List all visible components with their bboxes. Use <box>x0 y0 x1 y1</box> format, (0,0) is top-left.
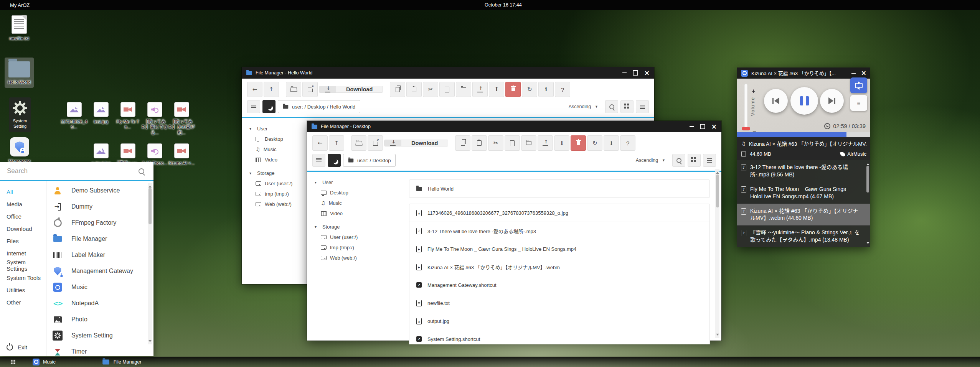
playlist-scrollbar[interactable] <box>866 161 869 246</box>
file-row[interactable]: Management Gateway.shortcut <box>409 276 709 294</box>
back-button[interactable]: ← <box>312 135 328 151</box>
cut-button[interactable]: ✂ <box>423 82 438 97</box>
desktop-icon-hello-world[interactable]: Hello World <box>5 58 34 88</box>
volume-down-button[interactable]: − <box>752 128 756 135</box>
tree-node-user[interactable]: ▾User <box>315 177 403 188</box>
help-button[interactable]: ? <box>555 82 570 97</box>
rename-button[interactable]: I <box>554 135 569 151</box>
playlist-item[interactable]: 『雪峰 ～yukimine～ Piano & Strings Ver.』を歌って… <box>737 225 870 247</box>
dark-mode-button[interactable] <box>328 154 341 167</box>
grid-view-button[interactable] <box>620 100 634 113</box>
info-button[interactable]: i <box>604 135 619 151</box>
file-row[interactable]: output.jpg <box>409 312 709 330</box>
category-download[interactable]: Download <box>0 222 46 235</box>
new-file-button[interactable] <box>505 135 520 151</box>
tree-item-drive-user[interactable]: User (user:/) <box>315 232 403 242</box>
category-media[interactable]: Media <box>0 198 46 210</box>
scroll-down-icon[interactable] <box>716 334 719 337</box>
volume-up-button[interactable]: + <box>752 88 755 95</box>
maximize-button[interactable] <box>633 70 638 76</box>
scroll-up-icon[interactable] <box>866 162 869 165</box>
dark-mode-button[interactable] <box>262 100 276 113</box>
desktop-icon-management-gateway[interactable]: Manageme <box>8 137 31 164</box>
app-item-demo-subservice[interactable]: Demo Subservice <box>46 183 153 199</box>
list-view-button[interactable] <box>703 154 716 167</box>
app-item-system-setting[interactable]: System Setting <box>46 328 153 344</box>
scroll-up-icon[interactable] <box>716 170 719 174</box>
tree-item-drive-tmp[interactable]: tmp (tmp:/) <box>315 242 403 253</box>
app-item-ffmpeg-factory[interactable]: FFmpeg Factory <box>46 215 153 231</box>
new-folder-button[interactable] <box>456 82 471 97</box>
desktop-icon-file[interactable]: 【歌ってみた】愛にできる... <box>141 102 168 135</box>
category-office[interactable]: Office <box>0 210 46 222</box>
copy-button[interactable] <box>455 135 470 151</box>
scroll-up-icon[interactable] <box>148 184 152 188</box>
minimize-button[interactable] <box>690 126 694 127</box>
taskbar-item-file-manager[interactable]: File Manager <box>102 359 142 365</box>
scrollbar-thumb[interactable] <box>866 166 869 193</box>
upload-button[interactable] <box>538 135 553 151</box>
desktop-icon-file[interactable]: Kizuna AI ×... <box>168 143 195 166</box>
desktop-icon-newfile[interactable]: newfile.txt <box>5 15 34 41</box>
category-all[interactable]: All <box>0 186 46 198</box>
rename-button[interactable]: I <box>489 82 504 97</box>
app-item-timer[interactable]: Timer <box>46 344 153 356</box>
app-item-label-maker[interactable]: Label Maker <box>46 247 153 263</box>
tree-node-storage[interactable]: ▾Storage <box>249 168 307 178</box>
breadcrumb[interactable]: user: / Desktop <box>343 154 396 167</box>
paste-button[interactable] <box>472 135 487 151</box>
file-row[interactable]: Hello World <box>409 180 709 197</box>
open-in-new-button[interactable] <box>368 135 383 151</box>
playlist-item[interactable]: Fly Me To The Moon _ Gawr Gura Sings _ H… <box>737 182 870 204</box>
scroll-down-icon[interactable] <box>866 242 869 245</box>
open-in-new-button[interactable] <box>302 82 318 97</box>
desktop-icon-file[interactable]: Fly Me To Th... <box>114 102 142 130</box>
maximize-button[interactable] <box>700 124 705 129</box>
volume-thumb[interactable] <box>742 127 750 130</box>
app-item-photo[interactable]: Photo <box>46 311 153 328</box>
category-utilities[interactable]: Utilities <box>0 284 46 296</box>
file-row[interactable]: 117346026_4968186883206677_3276783073763… <box>409 204 709 222</box>
download-button[interactable]: Download <box>319 86 383 93</box>
upload-button[interactable] <box>472 82 488 97</box>
title-bar[interactable]: File Manager - Desktop × <box>307 121 721 132</box>
up-button[interactable]: ↑ <box>329 135 344 151</box>
tree-item-video[interactable]: Video <box>315 208 403 219</box>
next-button[interactable] <box>820 89 844 113</box>
new-file-button[interactable] <box>439 82 455 97</box>
previous-button[interactable] <box>764 89 788 113</box>
volume-slider[interactable] <box>744 84 747 130</box>
category-files[interactable]: Files <box>0 235 46 247</box>
close-button[interactable]: × <box>711 123 717 130</box>
list-view-button[interactable] <box>636 100 649 113</box>
close-button[interactable]: × <box>644 70 650 76</box>
tree-item-video[interactable]: Video <box>249 155 307 165</box>
category-other[interactable]: Other <box>0 296 46 308</box>
up-button[interactable]: ↑ <box>264 82 279 97</box>
app-item-dummy[interactable]: →Dummy <box>46 199 153 215</box>
scrollbar-thumb[interactable] <box>148 188 152 224</box>
scrollbar-thumb[interactable] <box>716 174 719 207</box>
tree-item-drive-web[interactable]: Web (web:/) <box>249 199 307 209</box>
file-row[interactable]: Fly Me To The Moon _ Gawr Gura Sings _ H… <box>409 240 709 258</box>
category-internet[interactable]: Internet <box>0 247 46 259</box>
app-item-management-gateway[interactable]: Management Gateway <box>46 263 153 279</box>
desktop-icon-file[interactable]: test.jpg <box>87 102 115 124</box>
help-button[interactable]: ? <box>620 135 635 151</box>
tree-node-storage[interactable]: ▾Storage <box>315 222 403 232</box>
menu-button[interactable] <box>312 154 325 167</box>
search-button[interactable] <box>605 100 618 113</box>
scrollbar[interactable] <box>715 169 719 338</box>
taskbar-item-music[interactable]: Music <box>33 359 56 365</box>
tree-node-user[interactable]: ▾User <box>249 123 307 134</box>
search-input[interactable] <box>6 167 130 175</box>
title-bar[interactable]: File Manager - Hello World × <box>242 67 654 79</box>
tree-item-drive-tmp[interactable]: tmp (tmp:/) <box>249 189 307 199</box>
scroll-down-icon[interactable] <box>148 340 152 344</box>
search-button[interactable] <box>672 154 685 167</box>
breadcrumb[interactable]: user: / Desktop / Hello World <box>278 100 360 113</box>
title-bar[interactable]: Kizuna AI × 花譜 #63 「かりそめ」【... × <box>737 67 870 79</box>
delete-button[interactable] <box>571 135 586 151</box>
category-system-tools[interactable]: System Tools <box>0 272 46 284</box>
playlist-menu-button[interactable]: ≡ <box>850 95 867 111</box>
